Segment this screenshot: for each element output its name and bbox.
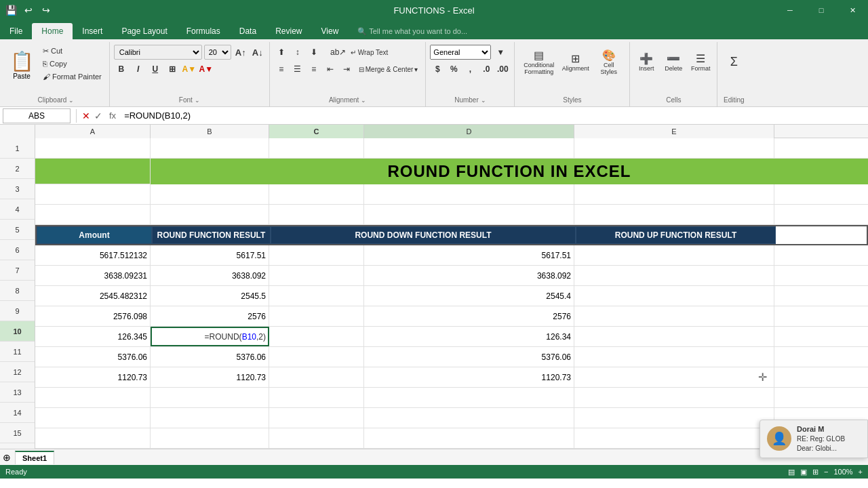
cell-A14[interactable]	[35, 408, 151, 428]
add-sheet-button[interactable]: ⊕	[3, 452, 11, 463]
cell-A2[interactable]	[35, 159, 151, 184]
cell-A3[interactable]	[35, 184, 151, 204]
col-header-B[interactable]: B	[151, 125, 269, 138]
cut-button[interactable]: ✂ Cut	[39, 45, 105, 57]
row-num-2[interactable]: 2	[0, 159, 35, 179]
cell-C6[interactable]	[269, 245, 364, 265]
cell-D3[interactable]	[364, 184, 574, 204]
row-num-11[interactable]: 11	[0, 342, 35, 362]
cell-D11[interactable]: 5376.06	[364, 347, 574, 367]
view-layout-button[interactable]: ▣	[800, 468, 807, 476]
paste-button[interactable]: 📋 Paste	[7, 45, 37, 85]
insert-cells-button[interactable]: ➕ Insert	[634, 45, 658, 79]
cell-E7[interactable]	[574, 266, 774, 285]
font-grow-button[interactable]: A↑	[233, 45, 248, 60]
align-top-button[interactable]: ⬆	[274, 45, 289, 60]
cell-B10[interactable]: =ROUND(B10,2)	[151, 327, 269, 346]
row-num-8[interactable]: 8	[0, 281, 35, 301]
italic-button[interactable]: I	[131, 62, 146, 77]
cell-D12[interactable]: 1120.73	[364, 367, 574, 387]
cell-A12[interactable]: 1120.73	[35, 367, 151, 387]
cell-E8[interactable]	[574, 286, 774, 306]
cell-E3[interactable]	[574, 184, 774, 204]
cell-E10[interactable]	[574, 327, 774, 346]
cell-C15[interactable]	[269, 428, 364, 448]
decrease-decimal-button[interactable]: .0	[479, 62, 494, 77]
format-as-table-button[interactable]: ⊞ Alignment	[559, 45, 593, 79]
align-left-button[interactable]: ≡	[274, 62, 289, 77]
fx-icon[interactable]: fx	[109, 110, 116, 121]
align-center-button[interactable]: ☰	[290, 62, 305, 77]
percent-button[interactable]: %	[446, 62, 461, 77]
cell-B1[interactable]	[151, 138, 269, 158]
format-painter-button[interactable]: 🖌 Format Painter	[39, 70, 105, 83]
currency-button[interactable]: $	[430, 62, 445, 77]
cell-D7[interactable]: 3638.092	[364, 266, 574, 285]
cell-D10[interactable]: 126.34	[364, 327, 574, 346]
text-direction-button[interactable]: ab↗	[331, 45, 346, 60]
save-icon[interactable]: 💾	[3, 2, 19, 18]
cell-D14[interactable]	[364, 408, 574, 428]
tab-data[interactable]: Data	[230, 23, 266, 39]
cell-E6[interactable]	[574, 245, 774, 265]
underline-button[interactable]: U	[148, 62, 163, 77]
tab-help[interactable]: 🔍 Tell me what you want to do...	[348, 23, 477, 39]
cell-C9[interactable]	[269, 306, 364, 326]
cell-B6[interactable]: 5617.51	[151, 245, 269, 265]
cell-E1[interactable]	[574, 138, 774, 158]
copy-button[interactable]: ⎘ Copy	[39, 58, 105, 70]
cell-D15[interactable]	[364, 428, 574, 448]
undo-icon[interactable]: ↩	[20, 2, 37, 18]
name-box[interactable]	[3, 108, 71, 123]
number-format-dropdown[interactable]: ▾	[493, 45, 508, 60]
cell-D8[interactable]: 2545.4	[364, 286, 574, 306]
cell-A1[interactable]	[35, 138, 151, 158]
cell-A13[interactable]	[35, 388, 151, 407]
tab-home[interactable]: Home	[32, 23, 73, 39]
format-cells-button[interactable]: ☰ Format	[688, 45, 713, 79]
col-header-C[interactable]: C	[269, 125, 364, 138]
bold-button[interactable]: B	[114, 62, 129, 77]
cell-D9[interactable]: 2576	[364, 306, 574, 326]
cell-A7[interactable]: 3638.09231	[35, 266, 151, 285]
cell-D1[interactable]	[364, 138, 574, 158]
maximize-button[interactable]: □	[806, 0, 837, 20]
cell-styles-button[interactable]: 🎨 Cell Styles	[595, 45, 623, 79]
align-middle-button[interactable]: ↕	[290, 45, 305, 60]
formula-cancel-icon[interactable]: ✕	[82, 110, 90, 121]
col-header-D[interactable]: D	[364, 125, 574, 138]
row-num-5[interactable]: 5	[0, 220, 35, 240]
cell-E12[interactable]: ✛	[574, 367, 774, 387]
cell-C12[interactable]	[269, 367, 364, 387]
view-normal-button[interactable]: ▤	[788, 468, 795, 476]
row-num-10[interactable]: 10	[0, 321, 35, 342]
row-num-4[interactable]: 4	[0, 199, 35, 220]
cell-B12[interactable]: 1120.73	[151, 367, 269, 387]
cell-A8[interactable]: 2545.482312	[35, 286, 151, 306]
cell-E13[interactable]	[574, 388, 774, 407]
cell-C8[interactable]	[269, 286, 364, 306]
decrease-indent-button[interactable]: ⇤	[323, 62, 338, 77]
cell-B3[interactable]	[151, 184, 269, 204]
cell-A9[interactable]: 2576.098	[35, 306, 151, 326]
cell-C4[interactable]	[269, 205, 364, 224]
cell-A10[interactable]: 126.345	[35, 327, 151, 346]
zoom-out-button[interactable]: −	[824, 468, 828, 476]
formula-confirm-icon[interactable]: ✓	[94, 110, 102, 121]
comma-button[interactable]: ,	[462, 62, 477, 77]
increase-indent-button[interactable]: ⇥	[339, 62, 354, 77]
cell-E11[interactable]	[574, 347, 774, 367]
autosum-button[interactable]: Σ	[722, 45, 746, 79]
formula-input[interactable]	[121, 108, 868, 123]
cell-A15[interactable]	[35, 428, 151, 448]
cell-E9[interactable]	[574, 306, 774, 326]
row-num-6[interactable]: 6	[0, 240, 35, 260]
cell-C14[interactable]	[269, 408, 364, 428]
font-name-select[interactable]: Calibri	[114, 45, 202, 60]
align-bottom-button[interactable]: ⬇	[307, 45, 321, 60]
row-num-15[interactable]: 15	[0, 423, 35, 443]
close-button[interactable]: ✕	[837, 0, 868, 20]
cell-A6[interactable]: 5617.512132	[35, 245, 151, 265]
align-right-button[interactable]: ≡	[307, 62, 321, 77]
delete-cells-button[interactable]: ➖ Delete	[661, 45, 686, 79]
